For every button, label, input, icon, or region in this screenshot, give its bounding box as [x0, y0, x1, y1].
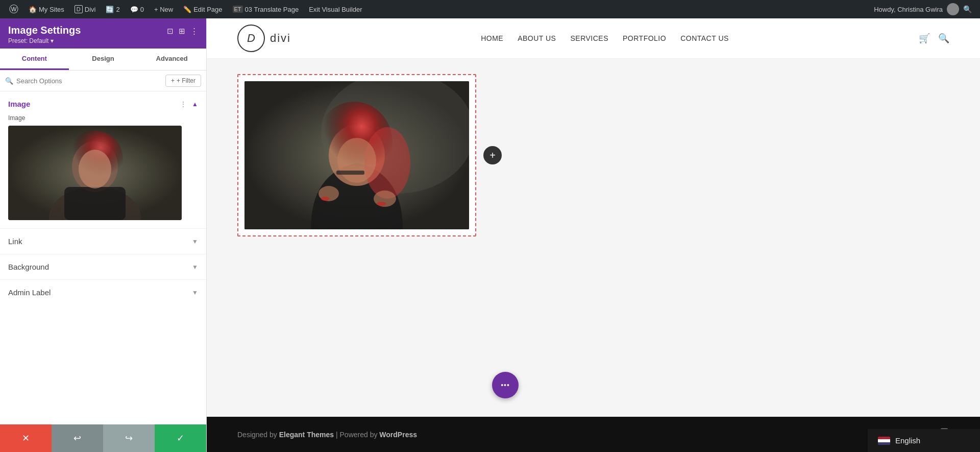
translate-icon: ET	[233, 6, 243, 13]
admin-bar-right: Howdy, Christina Gwira 🔍	[874, 3, 976, 15]
footer-text: Designed by Elegant Themes | Powered by …	[237, 431, 417, 439]
save-icon: ✓	[177, 433, 184, 444]
image-section-menu-icon[interactable]: ⋮	[180, 100, 187, 108]
undo-button[interactable]: ↩	[52, 424, 103, 452]
add-content-button[interactable]: +	[483, 146, 502, 164]
link-chevron-icon: ▼	[192, 238, 198, 245]
grid-icon[interactable]: ⊞	[179, 27, 185, 36]
site-header: D divi Home About Us Services Portfolio …	[207, 18, 980, 59]
my-sites-item[interactable]: 🏠 My Sites	[23, 0, 69, 18]
divi-item[interactable]: D Divi	[69, 0, 101, 18]
search-input[interactable]	[16, 77, 162, 85]
logo-letter: D	[247, 32, 255, 45]
language-label: English	[895, 436, 920, 445]
nav-about[interactable]: About Us	[518, 34, 556, 42]
nav-icons: 🛒 🔍	[919, 33, 949, 44]
comments-item[interactable]: 💬 0	[125, 0, 149, 18]
search-icon: 🔍	[5, 77, 13, 85]
site-search-icon[interactable]: 🔍	[938, 33, 949, 44]
link-section: Link ▼	[0, 228, 206, 254]
logo-text: divi	[270, 32, 291, 45]
panel-header: Image Settings Preset: Default ▾ ⊡ ⊞ ⋮	[0, 18, 206, 49]
tab-advanced[interactable]: Advanced	[137, 49, 206, 70]
panel-tabs: Content Design Advanced	[0, 49, 206, 70]
new-item[interactable]: + New	[149, 0, 178, 18]
my-sites-label: My Sites	[39, 6, 64, 13]
nav-home[interactable]: Home	[481, 34, 503, 42]
panel-subtitle: Preset: Default ▾	[8, 37, 81, 44]
image-module[interactable]	[237, 74, 476, 236]
new-label: + New	[154, 6, 173, 13]
background-section: Background ▼	[0, 254, 206, 279]
right-content: D divi Home About Us Services Portfolio …	[207, 18, 980, 452]
svg-point-16	[377, 202, 386, 206]
powered-by-label: | Powered by	[336, 431, 377, 439]
edit-page-item[interactable]: ✏️ Edit Page	[178, 0, 227, 18]
svg-rect-12	[336, 171, 364, 175]
translate-item[interactable]: ET 03 Translate Page	[228, 0, 304, 18]
search-icon[interactable]: 🔍	[963, 5, 972, 13]
plus-icon: +	[489, 150, 496, 161]
search-bar: 🔍 + + Filter	[0, 70, 206, 91]
thumbnail-preview	[8, 126, 182, 220]
divi-label: Divi	[85, 6, 96, 13]
background-chevron-icon: ▼	[192, 264, 198, 271]
thumbnail-svg	[8, 126, 182, 220]
tab-content[interactable]: Content	[0, 49, 69, 70]
nav-services[interactable]: Services	[570, 34, 608, 42]
site-logo: D divi	[237, 25, 291, 52]
action-bar: ✕ ↩ ↪ ✓	[0, 424, 206, 452]
admin-label-section-title: Admin Label	[8, 288, 51, 297]
svg-point-15	[321, 197, 329, 201]
filter-button[interactable]: + + Filter	[165, 75, 201, 87]
admin-label-chevron-icon: ▼	[192, 289, 198, 296]
image-section-header[interactable]: Image ⋮ ▲	[0, 91, 206, 114]
site-footer: Designed by Elegant Themes | Powered by …	[207, 417, 980, 452]
left-panel: Image Settings Preset: Default ▾ ⊡ ⊞ ⋮ C…	[0, 18, 207, 452]
avatar	[947, 3, 959, 15]
admin-label-section: Admin Label ▼	[0, 279, 206, 305]
image-field-label: Image	[8, 114, 198, 122]
image-thumbnail[interactable]	[8, 126, 182, 220]
main-layout: Image Settings Preset: Default ▾ ⊡ ⊞ ⋮ C…	[0, 18, 980, 452]
svg-rect-4	[64, 187, 126, 220]
exit-builder-item[interactable]: Exit Visual Builder	[304, 0, 368, 18]
undo-icon: ↩	[74, 433, 81, 444]
admin-bar: ⓦ 🏠 My Sites D Divi 🔄 2 💬 0 + New ✏️ Edi…	[0, 0, 980, 18]
panel-content: Image ⋮ ▲ Image	[0, 91, 206, 424]
module-image-svg	[244, 81, 469, 229]
cart-icon[interactable]: 🛒	[919, 33, 930, 44]
image-section-body: Image	[0, 114, 206, 228]
platform-label: WordPress	[379, 431, 417, 439]
image-section-toggle-icon[interactable]: ▲	[192, 101, 198, 108]
translate-label: 03 Translate Page	[245, 6, 299, 13]
link-section-header[interactable]: Link ▼	[0, 229, 206, 254]
comments-icon: 💬	[130, 6, 138, 13]
filter-icon: +	[171, 77, 175, 84]
svg-point-5	[79, 150, 111, 188]
admin-label-section-header[interactable]: Admin Label ▼	[0, 280, 206, 305]
more-icon[interactable]: ⋮	[190, 27, 198, 36]
filter-label: + Filter	[177, 77, 195, 84]
divi-icon: D	[75, 5, 83, 13]
exit-builder-label: Exit Visual Builder	[309, 6, 362, 13]
sites-icon: 🏠	[29, 6, 37, 13]
nav-portfolio[interactable]: Portfolio	[623, 34, 666, 42]
updates-item[interactable]: 🔄 2	[101, 0, 125, 18]
tab-design[interactable]: Design	[69, 49, 138, 70]
flag-icon	[878, 437, 890, 445]
save-button[interactable]: ✓	[155, 424, 206, 452]
wp-logo-item[interactable]: ⓦ	[4, 0, 23, 18]
expand-icon[interactable]: ⊡	[167, 27, 174, 36]
module-container: +	[237, 74, 476, 236]
language-selector[interactable]: English	[868, 429, 980, 452]
redo-icon: ↪	[125, 433, 133, 444]
fab-button[interactable]: •••	[492, 372, 519, 398]
nav-contact[interactable]: Contact Us	[680, 34, 729, 42]
panel-title: Image Settings	[8, 25, 81, 36]
edit-page-label: Edit Page	[193, 6, 222, 13]
background-section-header[interactable]: Background ▼	[0, 254, 206, 279]
link-section-title: Link	[8, 237, 22, 246]
redo-button[interactable]: ↪	[103, 424, 155, 452]
cancel-button[interactable]: ✕	[0, 424, 52, 452]
